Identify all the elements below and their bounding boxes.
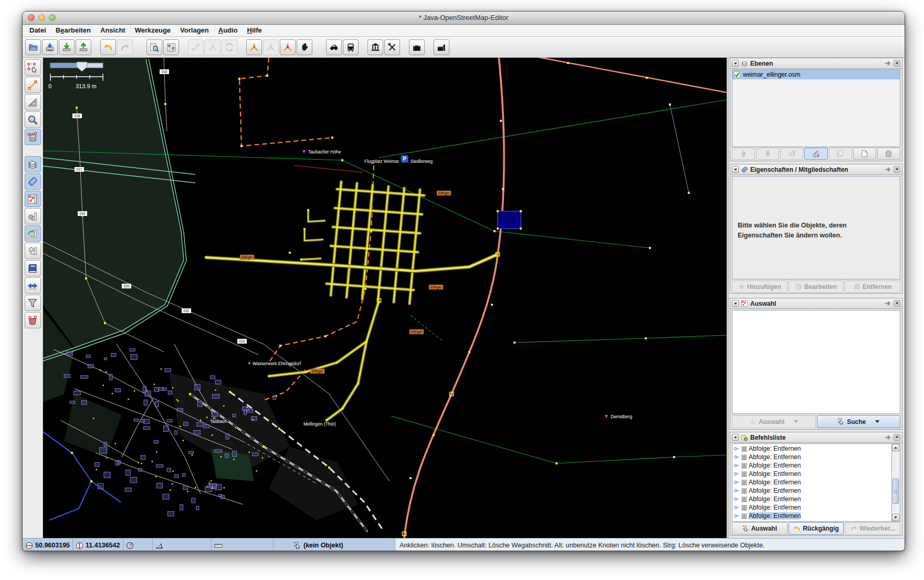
restaurant-map-style-button[interactable] — [384, 39, 400, 55]
selection-panel-button[interactable] — [25, 191, 41, 207]
sync-button[interactable] — [222, 39, 237, 55]
remove-property-button[interactable]: Entfernen — [845, 281, 900, 293]
layer-visible-icon[interactable] — [733, 71, 741, 78]
command-list-scrollbar[interactable] — [891, 444, 900, 521]
join-way-button[interactable] — [205, 39, 220, 55]
command-list[interactable]: Abfolge: EntfernenAbfolge: EntfernenAbfo… — [732, 443, 900, 522]
selected-building[interactable] — [498, 211, 521, 229]
unglue-button[interactable] — [280, 39, 296, 55]
combine-way-button[interactable] — [263, 39, 279, 55]
zoom-window-button[interactable] — [49, 14, 56, 21]
layer-up-button[interactable] — [732, 148, 755, 160]
conflicts-button[interactable] — [25, 277, 41, 294]
new-layer-button[interactable] — [853, 148, 876, 160]
svg-text:020: 020 — [124, 284, 130, 288]
draw-node-tool-button[interactable] — [25, 77, 41, 93]
merge-layer-button[interactable] — [780, 148, 803, 160]
menu-vorlagen[interactable]: Vorlagen — [175, 25, 214, 36]
map-canvas[interactable]: P Flugplatz Weimar Siedlerweg Taubacher … — [43, 58, 727, 538]
menu-werkzeuge[interactable]: Werkzeuge — [130, 25, 175, 36]
add-property-button[interactable]: Hinzufügen — [732, 281, 788, 293]
redo-button[interactable] — [117, 39, 133, 55]
menu-bearbeiten[interactable]: Bearbeiten — [51, 25, 96, 36]
search-button[interactable] — [146, 39, 162, 55]
pin-icon[interactable] — [885, 60, 891, 67]
menu-audio[interactable]: Audio — [214, 25, 243, 36]
pan-button[interactable] — [297, 39, 312, 55]
pin-icon[interactable] — [885, 166, 891, 173]
scroll-up-icon[interactable] — [892, 444, 899, 451]
purge-button[interactable] — [25, 312, 41, 328]
dictionary-button[interactable] — [25, 260, 41, 276]
layer-row[interactable]: weimar_ellinger.osm — [732, 70, 900, 79]
duplicate-layer-button[interactable] — [829, 148, 852, 160]
factory-map-style-button[interactable] — [434, 39, 449, 55]
scale-value-label: 313.9 m — [76, 83, 97, 89]
tree-node-icon — [733, 454, 740, 460]
relations-panel-button[interactable] — [25, 208, 41, 224]
selection-menu-button[interactable]: Auswahl — [732, 415, 816, 428]
command-row[interactable]: Abfolge: Entfernen — [732, 478, 892, 486]
layer-list[interactable]: weimar_ellinger.osm — [732, 69, 900, 147]
car-map-style-button[interactable] — [326, 39, 342, 55]
pin-icon[interactable] — [885, 300, 891, 307]
edit-property-button[interactable]: Bearbeiten — [789, 281, 844, 293]
bus-map-style-button[interactable] — [343, 39, 359, 55]
delete-layer-button[interactable] — [877, 148, 900, 160]
open-button[interactable] — [25, 39, 41, 55]
minimize-window-button[interactable] — [38, 14, 45, 21]
download-icon — [62, 43, 71, 52]
collapse-icon[interactable] — [732, 300, 739, 307]
castle-map-style-button[interactable] — [409, 39, 425, 55]
undo-button[interactable] — [100, 39, 116, 55]
menu-hilfe[interactable]: Hilfe — [243, 25, 267, 36]
layers-panel-button[interactable] — [25, 156, 41, 172]
select-tool-button[interactable] — [25, 59, 41, 76]
command-row[interactable]: Abfolge: Entfernen — [732, 453, 892, 461]
delete-icon — [27, 132, 38, 142]
collapse-icon[interactable] — [732, 60, 739, 67]
selection-panel-header: Auswahl ✕ — [730, 298, 902, 309]
split-way-button[interactable] — [246, 39, 262, 55]
scroll-down-icon[interactable] — [892, 514, 899, 521]
redo-command-button[interactable]: Wiederher... — [845, 522, 900, 535]
titlebar[interactable]: * Java-OpenStreetMap-Editor — [23, 12, 905, 25]
command-row[interactable]: Abfolge: Entfernen — [732, 495, 892, 503]
command-row[interactable]: Abfolge: Entfernen — [732, 470, 892, 478]
layer-down-button[interactable] — [756, 148, 779, 160]
undo-command-button[interactable]: Rückgängig — [789, 522, 844, 535]
close-window-button[interactable] — [28, 14, 35, 21]
command-row[interactable]: Abfolge: Entfernen — [732, 512, 892, 520]
close-icon[interactable]: ✕ — [894, 60, 900, 67]
command-row[interactable]: Abfolge: Entfernen — [732, 461, 892, 470]
pin-icon[interactable] — [885, 434, 891, 441]
command-row[interactable]: Abfolge: Entfernen — [732, 486, 892, 495]
collapse-icon[interactable] — [732, 166, 739, 173]
zoom-tool-button[interactable] — [25, 111, 41, 128]
scroll-thumb[interactable] — [892, 479, 899, 504]
close-icon[interactable]: ✕ — [894, 434, 900, 441]
menu-ansicht[interactable]: Ansicht — [96, 25, 130, 36]
download-button[interactable] — [59, 39, 75, 55]
upload-button[interactable] — [76, 39, 91, 55]
command-select-button[interactable]: Auswahl — [732, 522, 788, 535]
menu-datei[interactable]: Datei — [25, 25, 51, 36]
layer-opacity-button[interactable] — [804, 148, 827, 160]
measure-tool-button[interactable] — [25, 94, 41, 110]
command-row[interactable]: Abfolge: Entfernen — [732, 444, 892, 453]
search-button-panel[interactable]: Suche — [817, 415, 901, 428]
command-row[interactable]: Abfolge: Entfernen — [732, 503, 892, 512]
collapse-icon[interactable] — [732, 434, 739, 441]
close-icon[interactable]: ✕ — [894, 166, 900, 173]
preferences-button[interactable] — [163, 39, 179, 55]
tags-panel-button[interactable] — [25, 173, 41, 190]
command-stack-panel-button[interactable] — [25, 225, 41, 242]
save-button[interactable] — [42, 39, 58, 55]
filter-button[interactable] — [25, 295, 41, 311]
delete-tool-button[interactable] — [25, 129, 41, 145]
bank-map-style-button[interactable] — [368, 39, 383, 55]
merge-nodes-button[interactable] — [188, 39, 204, 55]
selection-list[interactable] — [732, 310, 900, 414]
close-icon[interactable]: ✕ — [894, 300, 900, 307]
shapes-panel-button[interactable] — [25, 243, 41, 259]
